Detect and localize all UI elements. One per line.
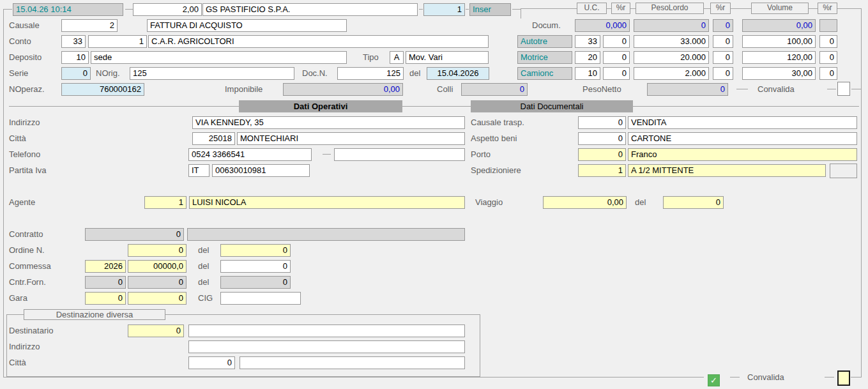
docum-row-label: Docum. bbox=[532, 19, 561, 32]
motrice-pr3-field[interactable]: 0 bbox=[819, 51, 837, 64]
noperaz-field[interactable]: 760000162 bbox=[61, 83, 144, 96]
convalida-label: Convalida bbox=[758, 83, 795, 96]
outer-frame-top-segment bbox=[125, 9, 133, 10]
citta-field[interactable]: MONTECHIARI bbox=[237, 132, 465, 145]
piva-field[interactable]: 00630010981 bbox=[212, 164, 310, 177]
ordine-label: Ordine N. bbox=[9, 244, 45, 257]
convalida-checkbox[interactable] bbox=[837, 82, 850, 96]
camionc-pr3-field[interactable]: 0 bbox=[819, 67, 837, 80]
spedizioniere-extra-field bbox=[830, 164, 857, 178]
porto-desc-field[interactable]: Franco bbox=[628, 148, 857, 161]
camionc-uc-field[interactable]: 10 bbox=[575, 67, 600, 80]
causale-trasp-desc-field[interactable]: VENDITA bbox=[628, 116, 857, 129]
viaggio-del-field[interactable]: 0 bbox=[663, 196, 724, 209]
docum-pesolordo-field: 0 bbox=[634, 19, 709, 32]
cap-field[interactable]: 25018 bbox=[192, 132, 235, 145]
footer-convalida-label: Convalida bbox=[747, 371, 784, 384]
invoice-entry-window: 15.04.26 10:14 2,00 GS PASTIFICIO S.P.A.… bbox=[0, 0, 868, 389]
porto-code-field[interactable]: 0 bbox=[578, 148, 626, 161]
agente-name-field[interactable]: LUISI NICOLA bbox=[189, 196, 465, 209]
ordine-del-field[interactable]: 0 bbox=[220, 244, 291, 257]
camionc-pesolordo-field[interactable]: 2.000 bbox=[634, 67, 709, 80]
motrice-uc-field[interactable]: 20 bbox=[575, 51, 600, 64]
serie-field[interactable]: 0 bbox=[61, 67, 91, 80]
autotre-volume-field[interactable]: 100,00 bbox=[742, 35, 816, 48]
causale-code-field[interactable]: 2 bbox=[61, 19, 118, 32]
deposito-code-field[interactable]: 10 bbox=[61, 51, 89, 64]
quantity-field[interactable]: 2,00 bbox=[133, 3, 202, 16]
conto-code-field[interactable]: 1 bbox=[88, 35, 147, 48]
conto-mastro-field[interactable]: 33 bbox=[61, 35, 86, 48]
cig-field[interactable] bbox=[220, 292, 301, 305]
aspetto-beni-code-field[interactable]: 0 bbox=[578, 132, 626, 145]
outer-frame-left bbox=[3, 9, 4, 377]
norig-field[interactable]: 125 bbox=[130, 67, 294, 80]
camionc-volume-field[interactable]: 30,00 bbox=[742, 67, 816, 80]
telefono2-field[interactable] bbox=[334, 148, 465, 161]
gara-label: Gara bbox=[9, 292, 27, 305]
deposito-label: Deposito bbox=[9, 51, 42, 64]
motrice-pr2-field[interactable]: 0 bbox=[713, 51, 733, 64]
causale-desc-field[interactable]: FATTURA DI ACQUISTO bbox=[147, 19, 347, 32]
imponibile-field: 0,00 bbox=[283, 83, 403, 96]
motrice-volume-field[interactable]: 120,00 bbox=[742, 51, 816, 64]
truck-row-label: Autotre bbox=[517, 35, 572, 48]
cig-label: CIG bbox=[198, 292, 213, 305]
gara-num2-field[interactable]: 0 bbox=[128, 292, 187, 305]
dest-citta-code-field[interactable]: 0 bbox=[188, 356, 235, 369]
pesonetto-label: PesoNetto bbox=[582, 83, 621, 96]
movimento-field[interactable]: Mov. Vari bbox=[406, 51, 489, 64]
insert-mode-button[interactable]: Inser bbox=[469, 3, 511, 16]
deposito-desc-field[interactable]: sede bbox=[91, 51, 347, 64]
camionc-pr2-field[interactable]: 0 bbox=[713, 67, 733, 80]
convalida-check-icon[interactable]: ✓ bbox=[708, 374, 720, 386]
motrice-pesolordo-field[interactable]: 20.000 bbox=[634, 51, 709, 64]
convalida-yellow-box[interactable] bbox=[837, 370, 850, 386]
counter-field[interactable]: 1 bbox=[423, 3, 465, 16]
imponibile-label: Imponibile bbox=[225, 83, 263, 96]
destinatario-code-field[interactable]: 0 bbox=[128, 324, 184, 337]
tipo-field[interactable]: A bbox=[390, 51, 404, 64]
telefono-field[interactable]: 0524 3366541 bbox=[188, 148, 312, 161]
doc-date-field[interactable]: 15.04.2026 bbox=[427, 67, 489, 80]
dest-indirizzo-label: Indirizzo bbox=[9, 340, 40, 353]
spedizioniere-label: Spedizioniere bbox=[471, 164, 521, 177]
docn-label: Doc.N. bbox=[302, 67, 328, 80]
camionc-pr1-field[interactable]: 0 bbox=[603, 67, 630, 80]
spedizioniere-desc-field[interactable]: A 1/2 MITTENTE bbox=[628, 164, 826, 177]
tab-dati-operativi[interactable]: Dati Operativi bbox=[239, 100, 402, 112]
causale-trasp-code-field[interactable]: 0 bbox=[578, 116, 626, 129]
docn-field[interactable]: 125 bbox=[337, 67, 404, 80]
dest-indirizzo-field[interactable] bbox=[188, 340, 465, 353]
section-divider-line bbox=[9, 106, 859, 107]
spedizioniere-code-field[interactable]: 1 bbox=[578, 164, 626, 177]
agente-code-field[interactable]: 1 bbox=[144, 196, 187, 209]
conto-desc-field[interactable]: C.A.R. AGRICOLTORI bbox=[148, 35, 489, 48]
pr-column-header: %r bbox=[611, 3, 630, 14]
commessa-anno-field[interactable]: 2026 bbox=[85, 260, 126, 273]
viaggio-field[interactable]: 0,00 bbox=[543, 196, 627, 209]
ordine-num-field[interactable]: 0 bbox=[128, 244, 187, 257]
outer-frame-bottom-dash bbox=[825, 377, 834, 378]
commessa-num-field[interactable]: 00000,0 bbox=[128, 260, 187, 273]
telefono-label: Telefono bbox=[9, 148, 40, 161]
commessa-del-field[interactable]: 0 bbox=[220, 260, 291, 273]
indirizzo-field[interactable]: VIA KENNEDY, 35 bbox=[192, 116, 465, 129]
autotre-pesolordo-field[interactable]: 33.000 bbox=[634, 35, 709, 48]
cntrforn-label: Cntr.Forn. bbox=[9, 276, 46, 289]
dest-citta-field[interactable] bbox=[240, 356, 465, 369]
autotre-pr1-field[interactable]: 0 bbox=[603, 35, 630, 48]
piva-prefix-field[interactable]: IT bbox=[188, 164, 209, 177]
motrice-pr1-field[interactable]: 0 bbox=[603, 51, 630, 64]
tab-dati-documentali[interactable]: Dati Documentali bbox=[471, 100, 633, 112]
autotre-uc-field[interactable]: 33 bbox=[575, 35, 600, 48]
autotre-pr2-field[interactable]: 0 bbox=[713, 35, 733, 48]
gara-num1-field[interactable]: 0 bbox=[85, 292, 126, 305]
autotre-pr3-field[interactable]: 0 bbox=[819, 35, 837, 48]
divider-dash bbox=[323, 154, 331, 155]
aspetto-beni-desc-field[interactable]: CARTONE bbox=[628, 132, 857, 145]
contratto-desc-field bbox=[187, 228, 465, 241]
causale-trasp-label: Causale trasp. bbox=[471, 116, 524, 129]
company-field[interactable]: GS PASTIFICIO S.P.A. bbox=[202, 3, 418, 16]
destinatario-name-field[interactable] bbox=[188, 324, 465, 337]
